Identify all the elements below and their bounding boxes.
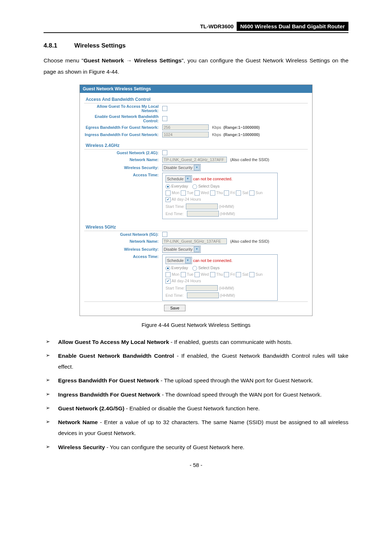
- input-netname-24g[interactable]: [162, 157, 227, 163]
- chk-sun-24g[interactable]: [249, 190, 254, 196]
- label-egress: Egress Bandwidth For Guest Network:: [84, 125, 162, 130]
- bullet-text: - The upload speed through the WAN port …: [159, 377, 313, 383]
- select-schedule-24g[interactable]: Schedule▾: [166, 175, 192, 182]
- section-title: 4.8.1 Wireless Settings: [44, 42, 348, 49]
- bullet-icon: ➢: [46, 417, 58, 439]
- section-5ghz-header: Wireless 5GHz: [84, 223, 308, 231]
- label-sec-24g: Wireless Security:: [84, 165, 162, 170]
- chk-wed-5g[interactable]: [195, 272, 200, 277]
- bullet-text: - Enter a value of up to 32 characters. …: [58, 419, 348, 436]
- label-ingress: Ingress Bandwidth For Guest Network:: [84, 132, 162, 137]
- radio-selectdays-5g[interactable]: [192, 266, 197, 271]
- input-start-5g[interactable]: [186, 285, 218, 291]
- figure-caption: Figure 4-44 Guest Network Wireless Setti…: [44, 322, 348, 328]
- input-egress[interactable]: [162, 124, 209, 130]
- label-access-time-24g: Access Time:: [84, 173, 162, 177]
- chevron-down-icon: ▾: [194, 165, 200, 171]
- bullet-bold: Enable Guest Network Bandwidth Control: [58, 353, 174, 359]
- chevron-down-icon: ▾: [185, 258, 191, 263]
- settings-panel: Guest Network Wireless Settings Access A…: [79, 85, 313, 316]
- label-access-time-5g: Access Time:: [84, 254, 162, 259]
- chk-sat-5g[interactable]: [236, 272, 241, 277]
- chk-thu-24g[interactable]: [210, 190, 215, 196]
- save-button[interactable]: Save: [164, 305, 185, 311]
- bullet-bold: Network Name: [58, 419, 98, 425]
- chk-tue-24g[interactable]: [181, 190, 186, 196]
- page-number: - 58 -: [44, 462, 348, 468]
- select-schedule-5g[interactable]: Schedule▾: [166, 257, 192, 264]
- chk-mon-5g[interactable]: [166, 272, 171, 277]
- checkbox-gn-24g[interactable]: [162, 150, 167, 155]
- bullet-bold: Allow Guest To Access My Local Network: [58, 339, 169, 345]
- bullet-icon: ➢: [46, 375, 58, 386]
- bullet-text: - You can configure the security of Gues…: [105, 444, 244, 450]
- bullet-icon: ➢: [46, 337, 58, 348]
- bullet-list: ➢Allow Guest To Access My Local Network …: [46, 337, 348, 453]
- label-netname-5g: Network Name:: [84, 239, 162, 243]
- radio-everyday-5g[interactable]: [166, 266, 170, 271]
- panel-title: Guest Network Wireless Settings: [80, 85, 312, 93]
- chk-allday-5g[interactable]: [166, 279, 171, 284]
- label-enable-bw: Enable Guest Network Bandwidth Control:: [84, 114, 162, 123]
- radio-selectdays-24g[interactable]: [192, 184, 197, 189]
- label-netname-24g: Network Name:: [84, 157, 162, 162]
- checkbox-gn-5g[interactable]: [162, 232, 167, 237]
- bullet-text: - The download speed through the WAN por…: [160, 391, 322, 398]
- bullet-icon: ➢: [46, 389, 58, 400]
- schedule-box-5g: Schedule▾ can not be connected. Everyday…: [162, 254, 278, 301]
- model-number: TL-WDR3600: [200, 22, 237, 30]
- bullet-bold: Egress Bandwidth For Guest Network: [58, 377, 159, 383]
- input-end-5g[interactable]: [187, 292, 219, 298]
- intro-paragraph: Choose menu "Guest Network → Wireless Se…: [44, 55, 348, 77]
- select-security-5g[interactable]: Disable Security▾: [162, 246, 201, 253]
- bullet-text: - If enabled, guests can communicate wit…: [169, 339, 292, 345]
- chk-wed-24g[interactable]: [195, 190, 200, 196]
- chk-sat-24g[interactable]: [236, 190, 241, 196]
- chk-sun-5g[interactable]: [249, 272, 254, 277]
- label-gn-5g: Guest Network (5G):: [84, 232, 162, 237]
- select-security-24g[interactable]: Disable Security▾: [162, 164, 201, 171]
- chevron-down-icon: ▾: [185, 176, 191, 182]
- product-title: N600 Wireless Dual Band Gigabit Router: [237, 22, 348, 31]
- page-header: TL-WDR3600 N600 Wireless Dual Band Gigab…: [44, 22, 348, 33]
- chk-allday-24g[interactable]: [166, 197, 171, 202]
- input-start-24g[interactable]: [186, 204, 218, 209]
- input-end-24g[interactable]: [187, 211, 219, 217]
- chk-thu-5g[interactable]: [210, 272, 215, 277]
- bullet-bold: Guest Network (2.4G/5G): [58, 405, 124, 411]
- chk-tue-5g[interactable]: [181, 272, 186, 277]
- checkbox-allow-guest[interactable]: [162, 106, 167, 111]
- label-gn-24g: Guest Network (2.4G):: [84, 151, 162, 155]
- bullet-bold: Ingress Bandwidth For Guest Network: [58, 391, 160, 398]
- chk-fri-5g[interactable]: [224, 272, 229, 277]
- chk-fri-24g[interactable]: [224, 190, 229, 196]
- schedule-box-24g: Schedule▾ can not be connected. Everyday…: [162, 173, 278, 219]
- bullet-icon: ➢: [46, 442, 58, 453]
- section-access-header: Access And Bandwidth Control: [84, 96, 308, 103]
- input-ingress[interactable]: [162, 132, 209, 138]
- radio-everyday-24g[interactable]: [166, 184, 170, 189]
- bullet-bold: Wireless Security: [58, 444, 105, 450]
- chevron-down-icon: ▾: [194, 246, 200, 252]
- warning-text-5g: can not be connected.: [193, 258, 232, 263]
- section-title-text: Wireless Settings: [74, 42, 126, 49]
- bullet-icon: ➢: [46, 403, 58, 414]
- warning-text: can not be connected.: [193, 177, 232, 181]
- section-number: 4.8.1: [44, 42, 73, 49]
- label-allow-guest: Allow Guest To Access My Local Network:: [84, 104, 162, 113]
- checkbox-enable-bw[interactable]: [162, 116, 167, 121]
- input-netname-5g[interactable]: [162, 238, 227, 244]
- label-sec-5g: Wireless Security:: [84, 247, 162, 251]
- bullet-text: - Enabled or disable the Guest Network f…: [124, 405, 260, 411]
- bullet-icon: ➢: [46, 350, 58, 372]
- chk-mon-24g[interactable]: [166, 190, 171, 196]
- section-24ghz-header: Wireless 2.4GHz: [84, 142, 308, 149]
